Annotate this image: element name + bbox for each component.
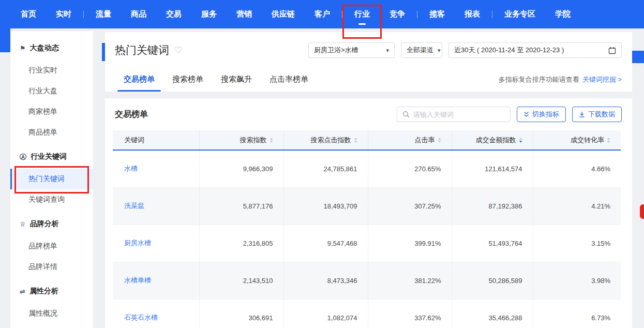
sidebar-item[interactable]: 属性概况 — [10, 303, 93, 324]
nav-item-label: 商品 — [121, 9, 156, 19]
table-header-row: 关键词 搜索指数 ▲▼ — [113, 130, 621, 150]
keyword-search-box[interactable] — [397, 107, 511, 122]
favorite-heart-icon[interactable]: ♡ — [174, 44, 183, 56]
keyword-mining-link[interactable]: 关键词挖掘 > — [582, 75, 622, 84]
nav-item[interactable]: 竞争 — [380, 0, 420, 28]
nav-item[interactable]: 业务专区 — [495, 0, 545, 28]
sliders-icon — [20, 288, 25, 295]
page-title: 热门关键词 — [115, 43, 169, 57]
nav-item-label: 供应链 — [262, 9, 305, 19]
nav-item[interactable]: 行业 — [345, 0, 380, 28]
sort-icon[interactable]: ▲▼ — [269, 137, 273, 143]
nav-item[interactable]: 交易 — [156, 0, 191, 28]
nav-item[interactable]: 实时 — [46, 0, 86, 28]
sort-icon[interactable]: ▲▼ — [354, 137, 357, 143]
channel-select[interactable]: 全部渠道 ▾ — [401, 42, 442, 58]
edge-floating-badge[interactable] — [640, 204, 644, 219]
table-section-title: 交易榜单 — [115, 109, 148, 120]
nav-item-label: 客户 — [305, 9, 340, 19]
nav-divider — [342, 11, 342, 18]
sidebar-item-label: 关键词查询 — [28, 195, 65, 204]
download-data-button[interactable]: 下载数据 — [572, 107, 622, 122]
tab-label: 点击率榜单 — [269, 74, 308, 84]
column-header-label: 搜索点击指数 — [311, 136, 351, 145]
table-toolbar: 交易榜单 — [105, 98, 632, 130]
tab[interactable]: 点击率榜单 — [261, 67, 317, 92]
sidebar-item[interactable]: 热门关键词 — [10, 169, 93, 189]
nav-item[interactable]: 服务 — [191, 0, 227, 28]
keyword-link[interactable]: 石英石水槽 — [124, 314, 158, 321]
keyword-link[interactable]: 厨房水槽 — [124, 239, 151, 247]
nav-item-label: 服务 — [191, 9, 227, 19]
download-data-label: 下载数据 — [588, 110, 615, 119]
table-row: 厨房水槽 2,316,805 9,547,468 399.91% 51,493,… — [113, 225, 621, 262]
nav-item[interactable]: 学院 — [545, 0, 580, 28]
sidebar-group-header[interactable]: 品牌分析 — [10, 212, 93, 236]
column-header: 成交转化率 ▲▼ — [533, 130, 621, 150]
sidebar-item[interactable]: 商品榜单 — [10, 122, 93, 143]
crown-icon — [20, 221, 26, 228]
sort-icon[interactable]: ▲▼ — [438, 137, 441, 143]
date-range-picker[interactable]: 近30天 ( 2020-11-24 至 2020-12-23 ) — [448, 42, 622, 58]
sidebar-group-items: 属性概况 — [10, 303, 93, 324]
sidebar-group-label: 品牌分析 — [30, 219, 59, 229]
hint-text: 多指标复合排序功能请查看 — [499, 75, 579, 84]
sidebar-group-header[interactable]: 大盘动态 — [10, 36, 93, 60]
tab[interactable]: 搜索飙升 — [212, 67, 261, 92]
sidebar-groups: 大盘动态 行业实时 行业大盘 — [10, 36, 93, 324]
nav-item-label: 学院 — [545, 9, 580, 19]
nav-item[interactable]: 供应链 — [262, 0, 305, 28]
nav-item[interactable]: 揽客 — [420, 0, 455, 28]
sidebar-item[interactable]: 商家榜单 — [10, 101, 93, 122]
sidebar-item[interactable]: 品牌榜单 — [10, 236, 93, 257]
search-click-index-cell: 18,493,709 — [283, 187, 368, 225]
column-header: 点击率 ▲▼ — [368, 130, 452, 150]
tab-label: 搜索飙升 — [221, 74, 252, 84]
top-navbar: 首页 实时 流量 — [0, 0, 644, 28]
toolbar-right: 切换指标 下载数据 — [397, 107, 622, 122]
sidebar-group-header[interactable]: 属性分析 — [10, 279, 93, 303]
keyword-icon — [20, 154, 26, 160]
sidebar-item-label: 行业大盘 — [28, 86, 57, 96]
keyword-link[interactable]: 水槽单槽 — [124, 276, 151, 284]
search-index-cell: 2,143,510 — [199, 262, 283, 299]
banner-remnant-right — [632, 51, 644, 63]
gmv-index-cell: 121,614,574 — [452, 150, 533, 187]
keyword-link[interactable]: 洗菜盆 — [124, 202, 144, 210]
double-chevron-down-icon — [523, 111, 529, 117]
click-rate-cell: 399.91% — [368, 225, 452, 262]
nav-item[interactable]: 营销 — [227, 0, 262, 28]
conversion-rate-cell: 4.66% — [533, 150, 621, 187]
keyword-search-input[interactable] — [413, 111, 505, 118]
nav-item[interactable]: 客户 — [305, 0, 345, 28]
nav-item[interactable]: 首页 — [11, 0, 46, 28]
sidebar-group-header[interactable]: 行业关键词 — [10, 145, 93, 169]
nav-item[interactable]: 流量 — [86, 0, 121, 28]
sidebar-group-items: 热门关键词 关键词查询 — [10, 169, 93, 210]
sidebar-item-label: 属性概况 — [28, 309, 57, 318]
tab[interactable]: 交易榜单 — [115, 67, 163, 92]
search-index-cell: 5,877,176 — [199, 187, 283, 225]
sidebar-item[interactable]: 行业大盘 — [10, 81, 93, 101]
search-index-cell: 9,966,309 — [199, 150, 283, 187]
switch-metrics-button[interactable]: 切换指标 — [517, 107, 566, 122]
chevron-down-icon: ▾ — [386, 47, 389, 54]
sidebar-item[interactable]: 行业实时 — [10, 60, 93, 81]
date-range-value: 近30天 ( 2020-11-24 至 2020-12-23 ) — [454, 46, 564, 55]
sidebar-group-items: 品牌榜单 品牌详情 — [10, 236, 93, 277]
column-header-label: 成交金额指数 — [476, 136, 516, 145]
click-rate-cell: 381.22% — [368, 262, 452, 299]
tab[interactable]: 搜索榜单 — [163, 67, 212, 92]
category-select[interactable]: 厨房卫浴>水槽 ▾ — [308, 42, 395, 58]
nav-item[interactable]: 报表 — [455, 0, 495, 28]
sidebar-item[interactable]: 关键词查询 — [10, 189, 93, 210]
sidebar-item[interactable]: 品牌详情 — [10, 257, 93, 277]
sort-icon[interactable]: ▲▼ — [519, 137, 522, 143]
sort-icon[interactable]: ▲▼ — [607, 137, 610, 143]
nav-item[interactable]: 商品 — [121, 0, 156, 28]
search-index-cell: 2,316,805 — [199, 225, 283, 262]
keyword-link[interactable]: 水槽 — [124, 165, 138, 172]
sidebar-group: 大盘动态 行业实时 行业大盘 — [10, 36, 93, 143]
sidebar-item-label: 热门关键词 — [28, 174, 65, 184]
click-rate-cell: 337.62% — [368, 299, 452, 328]
